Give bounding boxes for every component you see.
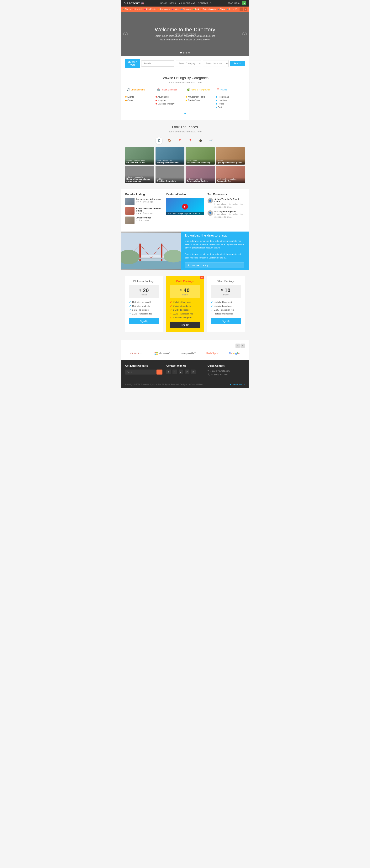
user-avatar[interactable]: A <box>242 1 246 5</box>
place-filter-home[interactable]: 🏠 <box>166 137 173 144</box>
catbar-clubs[interactable]: Clubs <box>218 8 225 10</box>
twitter-icon[interactable]: t <box>172 370 177 374</box>
acupuncture-dot <box>155 96 157 98</box>
google-plus-icon[interactable]: G+ <box>179 370 183 374</box>
catbar-hotels[interactable]: Hotels <box>172 8 179 10</box>
places-title: Look The Places <box>125 125 245 129</box>
tab-parks[interactable]: 🌿 Parks & Playgrounds <box>185 86 215 93</box>
events-dot <box>125 96 126 98</box>
nav-news[interactable]: NEWS <box>169 2 176 4</box>
cat-item-hotels[interactable]: Hotels <box>216 102 245 105</box>
footer-social-title: Connect With Us <box>166 364 203 367</box>
cat-item-sports[interactable]: Sports Clubs <box>186 99 215 101</box>
silver-signup-btn[interactable]: Sign Up <box>211 318 241 324</box>
cat-item-restaurants[interactable]: Restaurants <box>216 96 245 98</box>
search-keyword-input[interactable] <box>141 60 174 67</box>
gold-signup-btn[interactable]: Sign Up <box>170 322 200 328</box>
place-card-1[interactable]: Virginia / Newport News 5th View Bar & F… <box>125 147 154 164</box>
catbar-hospitals[interactable]: Hospitals <box>133 8 142 10</box>
tab-health[interactable]: 🏥 Health & Medical <box>155 86 185 93</box>
cat-item-empty5 <box>186 106 215 108</box>
catbar-restaurants[interactable]: Restaurants <box>158 8 170 10</box>
catbar-realestate[interactable]: RealEstate <box>144 8 156 10</box>
catbar-prev-btn[interactable]: ‹ <box>239 7 243 11</box>
cat-item-hospitals[interactable]: Hospitals <box>155 99 184 101</box>
featured-video-player[interactable]: ▶ How Does Google Maps W... 4:11 / 4:11 <box>166 198 203 215</box>
place-filter-edu[interactable]: 🎓 <box>197 137 204 144</box>
catbar-next-btn[interactable]: › <box>244 7 247 11</box>
catbar-park[interactable]: Park <box>193 8 199 10</box>
hero-dot-3[interactable] <box>186 52 187 54</box>
place-filter-shop[interactable]: 🛒 <box>207 137 215 144</box>
platinum-features: ✔Unlimited bandwidth ✔Unlimited products… <box>129 301 159 315</box>
catbar-places[interactable]: Places <box>123 8 131 10</box>
video-play-btn[interactable]: ▶ <box>182 204 188 210</box>
nav-all-in-one-map[interactable]: ALL IN ONE MAP <box>178 2 195 4</box>
tab-entertainments[interactable]: 🎵 Entertainments <box>125 86 155 93</box>
features-menu[interactable]: FEATURES ▾ <box>228 2 240 5</box>
place-card-2[interactable]: Texas / Wichita Falls Mauris placerat el… <box>155 147 184 164</box>
place-filter-pin2[interactable]: 📍 <box>187 137 194 144</box>
check-icon: ✔ <box>129 309 131 311</box>
cat-item-amusement[interactable]: Amusement Parks <box>186 96 215 98</box>
popular-meta-1: ★★★ 6 years ago <box>136 201 161 203</box>
cat-item-clubs[interactable]: Clubs <box>125 99 154 101</box>
place-card-8[interactable]: North Carolina / Charlotte Connaught Bar <box>216 166 245 183</box>
place-filter-music[interactable]: 🎵 <box>155 137 163 144</box>
platinum-feat-3: ✔1 GB File storage <box>129 309 159 311</box>
facebook-icon[interactable]: f <box>166 370 171 374</box>
silver-feat-1-label: Unlimited bandwidth <box>214 301 233 303</box>
cat-item-sports-label: Sports Clubs <box>188 99 200 101</box>
place-card-4[interactable]: Missouri Eget ligula molestie gravida <box>216 147 245 164</box>
check-icon: ✔ <box>170 309 172 311</box>
place-card-5[interactable]: Indiana / Indianapolis Donec a libero am… <box>125 166 154 183</box>
gold-name: Gold Package <box>170 280 200 283</box>
hero-dot-4[interactable] <box>188 52 190 54</box>
hero-dot-2[interactable] <box>183 52 184 54</box>
catbar-places-label: Places <box>125 8 131 10</box>
app-download-btn[interactable]: ⬇ Download The app <box>185 262 244 268</box>
composite-logo: composite® <box>181 352 196 355</box>
partners-next-btn[interactable]: › <box>240 344 245 348</box>
search-category-select[interactable]: Select Category <box>176 60 202 67</box>
silver-amount: 10 <box>225 287 230 293</box>
cat-item-massage[interactable]: Massage Therapy <box>155 102 184 105</box>
place-card-6[interactable]: Michigan BrewDog Shoreditch <box>155 166 184 183</box>
place-card-3[interactable]: Texas / Plano Maecenas sem adipiscing <box>186 147 215 164</box>
cat-item-massage-label: Massage Therapy <box>158 102 175 105</box>
hero-dot-1[interactable] <box>180 52 182 54</box>
cat-item-events[interactable]: Events <box>125 96 154 98</box>
cat-item-acupuncture[interactable]: Acupuncture <box>155 96 184 98</box>
popular-stars-3: ★ <box>136 219 138 221</box>
popular-item-3[interactable]: Jewellery rings ★ 6 years ago <box>125 217 163 224</box>
hero-prev-btn[interactable]: ‹ <box>123 32 127 36</box>
place-card-7-name: Turpis pulvinar facilisis <box>187 180 214 182</box>
ent-tab-icon: 🎵 <box>127 88 130 91</box>
catbar-shopping[interactable]: Shopping <box>181 8 191 10</box>
popular-item-2[interactable]: Arthur Treacher's Fish & Chips ★★★ 6 yea… <box>125 207 163 215</box>
nav-home[interactable]: HOME <box>160 2 167 4</box>
footer-email-input[interactable] <box>125 370 156 375</box>
cat-item-park[interactable]: Park <box>216 106 245 108</box>
pinterest-icon[interactable]: P <box>185 370 190 374</box>
cat-item-locations[interactable]: Locations <box>216 99 245 101</box>
cat-item-empty1 <box>125 102 154 105</box>
platinum-signup-btn[interactable]: Sign Up <box>129 318 159 324</box>
search-location-select[interactable]: Select Location <box>203 60 229 67</box>
place-card-7[interactable]: California / Riverside Turpis pulvinar f… <box>186 166 215 183</box>
linkedin-icon[interactable]: in <box>191 370 196 374</box>
nav-contact[interactable]: CONTACT US <box>198 2 211 4</box>
check-icon: ✔ <box>211 309 213 311</box>
footer-email-btn[interactable]: → <box>156 370 163 375</box>
comment-name-2: Full-day kindergarten <box>215 210 245 213</box>
search-button[interactable]: Search <box>230 61 245 66</box>
catbar-entertainments[interactable]: Entertainments <box>201 8 216 10</box>
hero-next-btn[interactable]: › <box>243 32 247 36</box>
partners-prev-btn[interactable]: ‹ <box>235 344 240 348</box>
gold-feat-4: ✔2.0% Transaction fee <box>170 312 200 315</box>
cat-nav-dot-1[interactable] <box>184 113 186 114</box>
place-filter-pin1[interactable]: 📍 <box>176 137 183 144</box>
catbar-sports[interactable]: Sports (2) <box>227 8 237 10</box>
tab-places[interactable]: 📍 Places <box>215 86 245 93</box>
popular-item-1[interactable]: Consectetuer Adipiscing ★★★ 6 years ago <box>125 198 163 205</box>
